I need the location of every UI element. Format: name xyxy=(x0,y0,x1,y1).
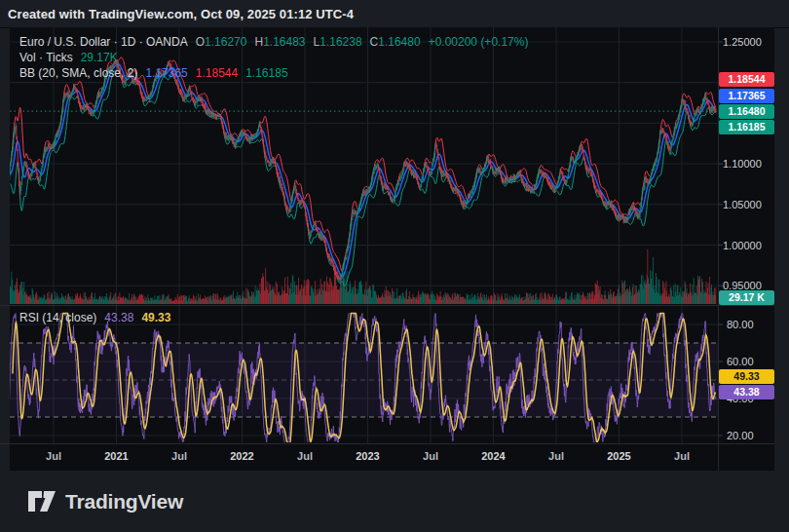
bb-lower-value: 1.16185 xyxy=(245,66,287,80)
volume-legend-row[interactable]: Vol · Ticks 29.17K xyxy=(19,51,536,66)
time-tick-label: 2023 xyxy=(347,449,390,463)
high-label: H xyxy=(254,35,263,49)
bb-title: BB (20, SMA, close, 2) xyxy=(19,66,137,80)
bb-legend-row[interactable]: BB (20, SMA, close, 2) 1.17365 1.18544 1… xyxy=(19,66,536,82)
rsi-tick-label: 80.00 xyxy=(727,318,754,331)
time-tick-label: Jul xyxy=(283,449,326,463)
low-label: L xyxy=(314,35,320,49)
low-value: 1.16238 xyxy=(319,35,361,49)
open-label: O xyxy=(196,35,205,49)
time-tick-label: 2024 xyxy=(472,449,515,463)
tradingview-logo-text: TradingView xyxy=(65,490,183,513)
change-value: +0.00200 (+0.17%) xyxy=(429,35,529,49)
time-tick-label: Jul xyxy=(535,449,578,463)
time-tick-label: 2025 xyxy=(598,449,641,463)
price-tick-label: 1.00000 xyxy=(723,239,762,252)
volume-title: Vol · Ticks xyxy=(19,51,73,64)
price-tick-label: 1.25000 xyxy=(723,35,762,49)
close-value: 1.16480 xyxy=(378,35,420,49)
rsi-title: RSI (14, close) xyxy=(19,311,96,324)
rsi-tick-label: 20.00 xyxy=(727,429,754,442)
time-tick-label: Jul xyxy=(32,449,75,463)
rsi-tick-label: 60.00 xyxy=(727,355,754,368)
bb-upper-price-badge: 1.18544 xyxy=(719,72,774,87)
symbol-title: Euro / U.S. Dollar · 1D · OANDA xyxy=(19,35,188,49)
tradingview-logo[interactable]: TradingView xyxy=(27,490,183,513)
time-tick-label: Jul xyxy=(660,449,703,463)
tradingview-chart-snapshot: Created with TradingView.com, Oct 09, 20… xyxy=(0,0,789,532)
last-price-badge: 1.16480 xyxy=(719,104,774,119)
price-tick-label: 1.05000 xyxy=(723,198,762,211)
time-tick-label: Jul xyxy=(158,449,201,463)
rsi-badge: 43.38 xyxy=(719,385,774,399)
volume-badge: 29.17 K xyxy=(719,290,774,305)
rsi-ma-badge: 49.33 xyxy=(719,369,774,384)
bb-upper-value: 1.18544 xyxy=(196,66,238,80)
open-value: 1.16270 xyxy=(205,35,246,49)
bb-lower-price-badge: 1.16185 xyxy=(719,120,774,134)
bb-basis-value: 1.17365 xyxy=(145,66,187,80)
bb-basis-price-badge: 1.17365 xyxy=(719,89,774,103)
time-tick-label: Jul xyxy=(409,449,452,463)
rsi-value: 43.38 xyxy=(104,311,133,324)
high-value: 1.16483 xyxy=(263,35,305,49)
volume-value: 29.17K xyxy=(81,51,118,64)
main-legend: Euro / U.S. Dollar · 1D · OANDA O 1.1627… xyxy=(19,35,536,82)
time-tick-label: 2022 xyxy=(221,449,264,463)
tradingview-logo-icon xyxy=(27,490,56,513)
rsi-legend-row[interactable]: RSI (14, close) 43.38 49.33 xyxy=(19,311,170,326)
time-tick-label: 2021 xyxy=(95,449,138,463)
rsi-legend: RSI (14, close) 43.38 49.33 xyxy=(19,311,170,326)
close-label: C xyxy=(370,35,379,49)
symbol-legend-row[interactable]: Euro / U.S. Dollar · 1D · OANDA O 1.1627… xyxy=(19,35,536,51)
rsi-ma-value: 49.33 xyxy=(141,311,170,324)
price-tick-label: 1.10000 xyxy=(723,157,762,171)
